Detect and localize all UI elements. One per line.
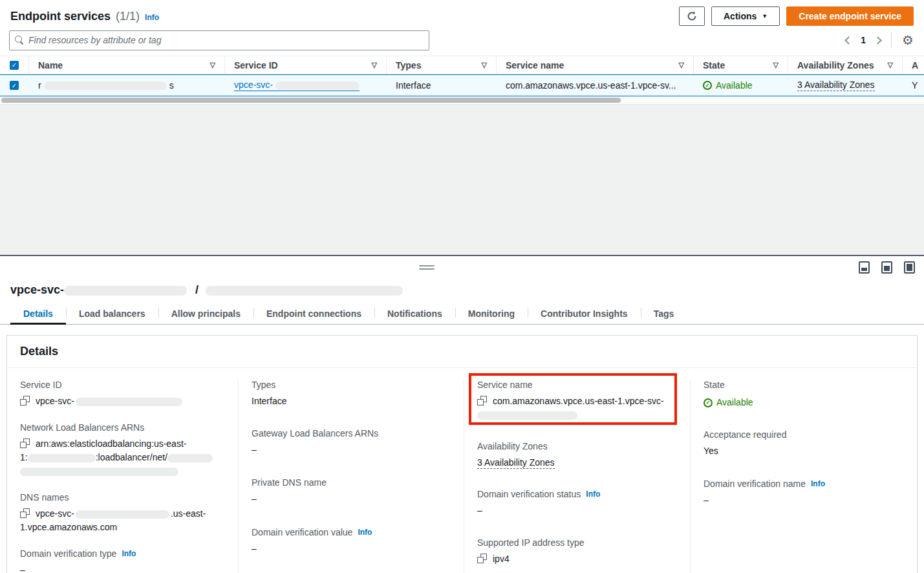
tab-tags[interactable]: Tags [641,303,687,324]
field-label: Availability Zones [477,441,677,451]
nlb-arn-line1: arn:aws:elasticloadbalancing:us-east- [36,438,186,449]
filter-icon[interactable]: ▽ [372,61,377,69]
tab-notifications[interactable]: Notifications [374,303,455,324]
info-link[interactable]: Info [811,479,825,488]
copy-icon[interactable] [477,396,487,405]
endpoint-services-table: ✓ Name ▽ Service ID ▽ Types ▽ Service na… [0,56,924,255]
actions-button[interactable]: Actions ▼ [711,6,780,26]
tab-details[interactable]: Details [10,303,66,324]
dns-value-prefix: vpce-svc- [36,508,74,519]
select-all-cell: ✓ [0,56,28,74]
field-label: DNS names [20,492,225,503]
search-box[interactable] [9,30,429,50]
availability-zones-link[interactable]: 3 Availability Zones [477,457,555,469]
redacted-title-name [206,286,403,296]
status-badge: ✓ Available [703,80,753,91]
field-label: Supported IP address type [477,537,677,548]
caret-down-icon: ▼ [762,13,768,19]
endpoint-services-pane: Endpoint services (1/1) Info Actions ▼ C… [0,0,924,255]
copy-icon[interactable] [20,396,30,405]
column-header-name[interactable]: Name ▽ [28,56,224,74]
row-types-cell: Interface [386,75,496,96]
field-private-dns: Private DNS name – [252,477,451,506]
next-page-icon[interactable] [874,36,882,45]
tab-load-balancers[interactable]: Load balancers [66,303,158,324]
field-label: Network Load Balancers ARNs [20,422,225,433]
detail-tabs: Details Load balancers Allow principals … [0,303,924,325]
redacted-value [76,398,182,406]
actions-button-label: Actions [724,11,757,21]
drag-handle-icon[interactable] [419,265,435,272]
field-types: Types Interface [252,380,451,408]
table-row[interactable]: ✓ r s vpce-svc- Interface com.amazonaws.… [0,74,924,96]
select-all-checkbox[interactable]: ✓ [10,61,19,70]
refresh-button[interactable] [679,6,705,26]
redacted-value [28,454,96,462]
detail-pane-controls [0,256,924,282]
column-header-service-name[interactable]: Service name ▽ [496,56,693,74]
service-id-link[interactable]: vpce-svc- [234,80,360,91]
check-circle-icon: ✓ [704,398,713,407]
field-service-name: Service name com.amazonaws.vpce.us-east-… [477,380,677,422]
header-actions: Actions ▼ Create endpoint service [679,6,914,26]
column-label: Availability Zones [797,60,874,70]
column-header-acceptance[interactable]: A [902,56,924,74]
filter-row: 1 ⚙ [0,28,924,56]
filter-icon[interactable]: ▽ [482,61,487,69]
field-label: Service ID [20,380,225,390]
availability-zones-link[interactable]: 3 Availability Zones [797,80,875,91]
settings-gear-icon[interactable]: ⚙ [902,34,914,47]
filter-icon[interactable]: ▽ [210,61,215,69]
column-header-availability-zones[interactable]: Availability Zones ▽ [788,56,902,74]
field-glb-arns: Gateway Load Balancers ARNs – [252,428,451,457]
details-column-1: Service ID vpce-svc- Network Load Balanc… [7,380,238,573]
ip-type-value: ipv4 [493,554,510,564]
info-link[interactable]: Info [358,528,372,537]
filter-icon[interactable]: ▽ [773,61,779,69]
tab-endpoint-connections[interactable]: Endpoint connections [253,303,374,324]
title-info-link[interactable]: Info [145,13,159,22]
copy-icon[interactable] [477,554,487,563]
field-label: Types [252,380,451,390]
detail-title-separator: / [195,283,199,296]
field-label: Domain verification name [704,479,806,489]
filter-icon[interactable]: ▽ [888,61,893,69]
tab-monitoring[interactable]: Monitoring [455,303,528,324]
previous-page-icon[interactable] [844,36,853,45]
row-checkbox[interactable]: ✓ [10,81,19,90]
copy-icon[interactable] [20,508,30,518]
column-header-service-id[interactable]: Service ID ▽ [224,56,386,74]
column-label: Name [38,60,63,70]
current-page[interactable]: 1 [861,35,866,45]
search-input[interactable] [28,35,424,45]
field-label: State [704,380,903,390]
column-header-state[interactable]: State ▽ [693,56,788,74]
redacted-value [477,411,577,420]
state-value: Available [716,396,753,409]
field-nlb-arns: Network Load Balancers ARNs arn:aws:elas… [20,422,225,478]
column-header-types[interactable]: Types ▽ [386,56,496,74]
create-endpoint-service-button[interactable]: Create endpoint service [786,6,914,26]
panel-size-medium-icon[interactable] [881,261,892,274]
copy-icon[interactable] [20,438,30,448]
column-label: Types [396,60,421,70]
field-supported-ip-type: Supported IP address type ipv4 [477,537,677,566]
field-value: Yes [704,444,903,458]
field-value: – [477,504,677,517]
state-value: Available [716,80,753,91]
pagination: 1 ⚙ [846,32,914,48]
field-label: Gateway Load Balancers ARNs [252,428,451,438]
field-state: State ✓ Available [704,380,903,409]
panel-size-large-icon[interactable] [904,261,915,274]
horizontal-scrollbar[interactable] [0,96,924,104]
field-label: Private DNS name [252,477,451,488]
row-name-cell: r s [28,75,224,96]
details-card: Details Service ID vpce-svc- Network Loa… [6,335,918,573]
info-link[interactable]: Info [586,490,600,499]
scrollbar-thumb[interactable] [1,98,621,103]
tab-contributor-insights[interactable]: Contributor Insights [528,303,641,324]
tab-allow-principals[interactable]: Allow principals [158,303,253,324]
info-link[interactable]: Info [122,549,136,558]
filter-icon[interactable]: ▽ [679,61,684,69]
panel-size-small-icon[interactable] [859,261,870,274]
